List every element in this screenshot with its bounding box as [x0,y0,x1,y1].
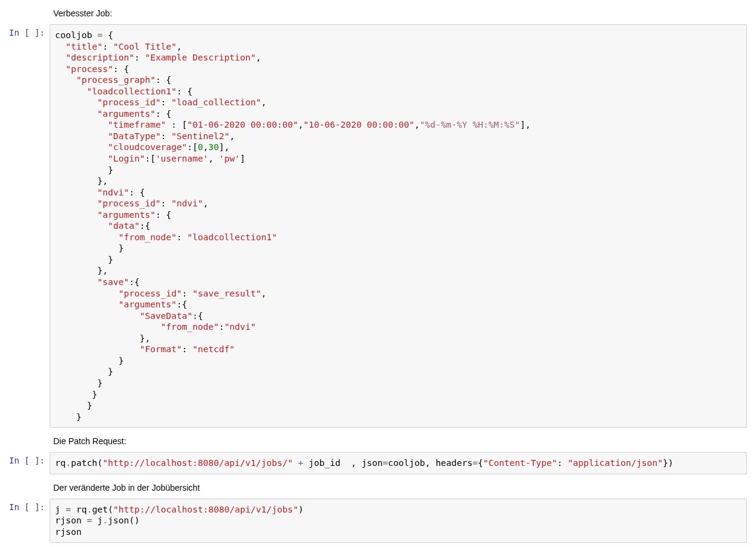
markdown-text: Verbesster Job: [50,5,747,24]
code-token: rq [76,505,87,514]
markdown-cell: Der veränderte Job in der Jobübersicht [0,479,756,499]
code-token: = [383,458,388,468]
markdown-text: Der veränderte Job in der Jobübersicht [50,479,747,499]
code-token: j [55,505,61,514]
code-token: "save_result" [192,289,261,298]
code-token: "process_id" [97,198,161,208]
code-token: cooljob [55,30,92,40]
code-token: () [129,516,139,525]
code-token: rjson [55,527,82,537]
code-cell: In [ ]: j = rq.get("http://localhost:808… [0,499,756,547]
markdown-cell: Verbesster Job: [0,5,756,24]
code-token: "loadcollection1" [87,87,176,96]
code-token: : [557,458,567,468]
markdown-text: Die Patch Request: [50,433,747,452]
code-token: j [97,516,103,525]
code-token: "arguments" [119,300,177,309]
code-token: "%d-%m-%Y %H:%M:%S" [419,120,520,129]
code-token: = [92,30,108,40]
code-token: 'username' [156,154,208,163]
code-token: . [65,458,71,468]
prompt-empty [0,5,50,24]
code-token: "01-06-2020 00:00:00" [187,120,298,129]
code-token: "description" [65,53,134,62]
code-token: "process" [65,64,113,74]
code-token: "10-06-2020 00:00:00" [303,120,414,129]
code-token: ( [97,458,103,468]
code-token: . [87,505,92,514]
code-token: + [293,458,309,468]
code-token: "from_node" [119,232,177,242]
code-token: ) [298,505,304,514]
code-token: "process_id" [97,97,161,107]
markdown-cell: Die Patch Request: [0,433,756,452]
code-token: ) [668,458,674,468]
code-token: "http://localhost:8080/api/v1/jobs" [113,505,298,514]
code-cell: In [ ]: cooljob = { "title": "Cool Title… [0,24,756,433]
code-token: "Example Description" [145,53,255,62]
code-token: "title" [65,42,102,51]
code-token: headers [436,458,473,468]
code-token: get [92,505,108,514]
code-token: job_id [309,458,351,468]
code-token: "data" [108,221,139,231]
code-token: = [61,505,76,514]
notebook: Verbesster Job: In [ ]: cooljob = { "tit… [0,0,756,547]
code-token: "Content-Type" [483,458,557,468]
code-token: "loadcollection1" [187,232,277,242]
code-token: rq [55,458,65,468]
code-token: "Login" [108,154,145,163]
code-token: "save" [97,277,129,287]
code-token: "process_graph" [76,75,156,85]
input-prompt: In [ ]: [0,499,50,547]
code-token: "Format" [140,344,182,354]
code-token: = [82,516,97,525]
code-token: "DataType" [108,131,160,141]
code-token: "http://localhost:8080/api/v1/jobs/" [103,458,293,468]
code-token: "process_id" [119,289,182,298]
code-token: 0 [198,142,203,152]
code-input[interactable]: rq.patch("http://localhost:8080/api/v1/j… [50,452,747,474]
code-token: "ndvi" [171,198,203,208]
code-cell: In [ ]: rq.patch("http://localhost:8080/… [0,452,756,479]
code-token: { [478,458,483,468]
code-token: "arguments" [97,210,156,220]
code-token: } [663,458,668,468]
code-token: "load_collection" [171,97,261,107]
code-token: 'pw' [219,154,240,163]
code-token: patch [71,458,97,468]
code-input[interactable]: j = rq.get("http://localhost:8080/api/v1… [50,499,747,543]
code-token: { [108,30,113,40]
code-token: ( [108,505,113,514]
code-token: json [108,516,129,525]
input-prompt: In [ ]: [0,24,50,433]
code-token: , [351,458,361,468]
code-token: "timeframe" [108,120,166,129]
code-token: 30 [208,142,219,152]
code-token: "from_node" [161,322,219,332]
code-token: "ndvi" [97,188,129,197]
code-token: "SaveData" [140,311,192,321]
code-token: json [361,458,383,468]
code-token: "Cool Title" [113,42,177,51]
code-token: rjson [55,516,82,525]
code-token: cooljob [388,458,425,468]
code-token: "netcdf" [192,344,235,354]
code-token: , [425,458,435,468]
code-input[interactable]: cooljob = { "title": "Cool Title", "desc… [50,24,747,428]
code-token: "ndvi" [224,322,255,332]
input-prompt: In [ ]: [0,452,50,479]
prompt-empty [0,479,50,499]
code-token: "cloudcoverage" [108,142,187,152]
prompt-empty [0,433,50,452]
code-token: "application/json" [568,458,663,468]
code-token: "Sentinel2" [171,131,229,141]
code-token: "arguments" [97,109,156,119]
